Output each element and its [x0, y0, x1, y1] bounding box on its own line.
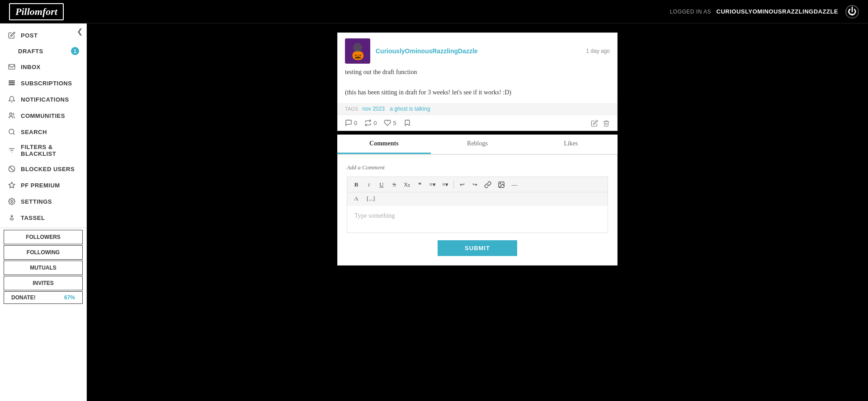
- logout-icon[interactable]: ⏻: [845, 5, 859, 19]
- sidebar-notifications-label: NOTIFICATIONS: [21, 96, 69, 103]
- image-button[interactable]: [495, 180, 507, 189]
- strikethrough-button[interactable]: S: [389, 180, 400, 189]
- pencil-icon: [7, 31, 16, 40]
- spoiler-button[interactable]: [...]: [364, 194, 377, 203]
- italic-button[interactable]: i: [363, 180, 374, 189]
- svg-rect-3: [9, 84, 14, 85]
- sidebar-item-pf-premium[interactable]: PF PREMIUM: [0, 177, 86, 193]
- topbar: Pillomfort LOGGED IN AS CURIOUSLYOMINOUS…: [0, 0, 868, 23]
- sidebar: ❮ POST DRAFTS 1 INBOX SUBSCRIPTIONS: [0, 23, 87, 401]
- likes-button[interactable]: 5: [384, 119, 396, 126]
- sidebar-item-donate[interactable]: DONATE! 67%: [4, 291, 83, 304]
- bell-icon: [7, 95, 16, 104]
- bold-button[interactable]: B: [351, 180, 362, 189]
- sidebar-inbox-label: INBOX: [21, 64, 41, 70]
- bookmark-button[interactable]: [404, 119, 411, 126]
- post-tag-1[interactable]: nov 2023: [362, 106, 384, 112]
- sidebar-item-filters[interactable]: FILTERS & BLACKLIST: [0, 140, 86, 161]
- sidebar-item-drafts[interactable]: DRAFTS 1: [0, 43, 86, 59]
- search-icon: [7, 127, 16, 136]
- sidebar-item-notifications[interactable]: NOTIFICATIONS: [0, 91, 86, 107]
- blocked-icon: [7, 164, 16, 173]
- tags-label: TAGS: [345, 106, 358, 112]
- comment-toolbar-row2: A [...]: [347, 192, 608, 206]
- link-button[interactable]: [482, 180, 494, 189]
- svg-rect-2: [9, 83, 14, 83]
- delete-post-button[interactable]: [603, 119, 610, 127]
- tab-likes[interactable]: Likes: [524, 135, 618, 154]
- edit-icon: [591, 120, 598, 127]
- blockquote-button[interactable]: ❝: [414, 180, 425, 189]
- ordered-list-button[interactable]: ≡▾: [427, 180, 438, 189]
- svg-rect-0: [9, 65, 14, 70]
- sidebar-item-inbox[interactable]: INBOX: [0, 59, 86, 75]
- sidebar-item-tassel[interactable]: TASSEL: [0, 210, 86, 226]
- sidebar-item-settings[interactable]: SETTINGS: [0, 193, 86, 210]
- submit-button[interactable]: SUBMIT: [438, 240, 517, 256]
- heart-icon: [384, 119, 391, 126]
- comment-input[interactable]: Type something: [347, 206, 608, 233]
- comment-placeholder: Type something: [354, 212, 395, 219]
- tabs-bar: Comments Reblogs Likes: [337, 135, 618, 154]
- list-icon: [7, 79, 16, 88]
- layout: ❮ POST DRAFTS 1 INBOX SUBSCRIPTIONS: [0, 23, 868, 401]
- post-right-actions: [591, 119, 610, 127]
- tab-reblogs[interactable]: Reblogs: [431, 135, 524, 154]
- underline-button[interactable]: U: [376, 180, 387, 189]
- post-tag-2[interactable]: a ghost is talking: [390, 106, 430, 112]
- sidebar-subscriptions-label: SUBSCRIPTIONS: [21, 80, 72, 87]
- post-tags: TAGS nov 2023 a ghost is talking: [338, 103, 617, 115]
- svg-point-5: [9, 129, 14, 134]
- sidebar-item-search[interactable]: SEARCH: [0, 124, 86, 140]
- post-timestamp: 1 day ago: [586, 48, 610, 54]
- donate-label: DONATE!: [11, 294, 36, 301]
- tab-comments[interactable]: Comments: [337, 135, 431, 154]
- logo[interactable]: Pillomfort: [9, 3, 64, 20]
- sidebar-item-invites[interactable]: INVITES: [4, 276, 83, 290]
- sidebar-collapse-button[interactable]: ❮: [77, 27, 83, 36]
- post-username[interactable]: CuriouslyOminousRazzlingDazzle: [376, 47, 478, 55]
- sidebar-blocked-label: BLOCKED USERS: [21, 166, 75, 173]
- edit-post-button[interactable]: [591, 119, 598, 127]
- bookmark-icon: [404, 119, 411, 126]
- envelope-icon: [7, 62, 16, 71]
- hr-button[interactable]: —: [509, 180, 520, 189]
- subscript-button[interactable]: X₂: [401, 180, 412, 189]
- reblogs-button[interactable]: 0: [364, 119, 377, 126]
- svg-marker-11: [9, 182, 14, 188]
- undo-button[interactable]: ↩: [457, 180, 467, 189]
- format-button[interactable]: A: [351, 194, 362, 203]
- avatar: 🎃: [345, 38, 370, 64]
- comments-button[interactable]: 0: [345, 119, 357, 126]
- post-actions: 0 0 5: [338, 115, 617, 131]
- svg-point-17: [500, 183, 501, 184]
- logo-text: Pillomfort: [15, 6, 57, 17]
- sidebar-item-followers[interactable]: FOLLOWERS: [4, 230, 83, 244]
- reblog-icon: [364, 119, 372, 126]
- link-icon: [484, 181, 491, 188]
- gear-icon: [7, 197, 16, 206]
- post-user-info: 🎃 CuriouslyOminousRazzlingDazzle: [345, 38, 478, 64]
- post-card: 🎃 CuriouslyOminousRazzlingDazzle 1 day a…: [337, 33, 618, 131]
- svg-line-10: [9, 167, 14, 171]
- sidebar-filters-label: FILTERS & BLACKLIST: [21, 144, 79, 157]
- sidebar-pf-premium-label: PF PREMIUM: [21, 182, 60, 189]
- unordered-list-button[interactable]: ≡▾: [440, 180, 451, 189]
- star-icon: [7, 181, 16, 190]
- sidebar-item-mutuals[interactable]: MUTUALS: [4, 261, 83, 275]
- add-comment-label: Add a Comment: [347, 164, 608, 171]
- post-body-line2: (this has been sitting in draft for 3 we…: [345, 88, 610, 98]
- sidebar-item-following[interactable]: FOLLOWING: [4, 245, 83, 260]
- sidebar-item-post[interactable]: POST: [0, 27, 86, 43]
- sidebar-drafts-label: DRAFTS: [18, 48, 43, 55]
- sidebar-item-communities[interactable]: COMMUNITIES: [0, 107, 86, 124]
- svg-text:🎃: 🎃: [352, 49, 364, 61]
- redo-button[interactable]: ↪: [469, 180, 480, 189]
- comment-toolbar: B i U S X₂ ❝ ≡▾ ≡▾ ↩ ↪ —: [347, 177, 608, 192]
- sidebar-settings-label: SETTINGS: [21, 198, 52, 205]
- comment-section: Add a Comment B i U S X₂ ❝ ≡▾ ≡▾ ↩ ↪: [337, 154, 618, 266]
- sidebar-item-subscriptions[interactable]: SUBSCRIPTIONS: [0, 75, 86, 91]
- current-username: CURIOUSLYOMINOUSRAZZLINGDAZZLE: [717, 8, 838, 15]
- sidebar-item-blocked[interactable]: BLOCKED USERS: [0, 161, 86, 177]
- donate-percent: 67%: [64, 294, 75, 301]
